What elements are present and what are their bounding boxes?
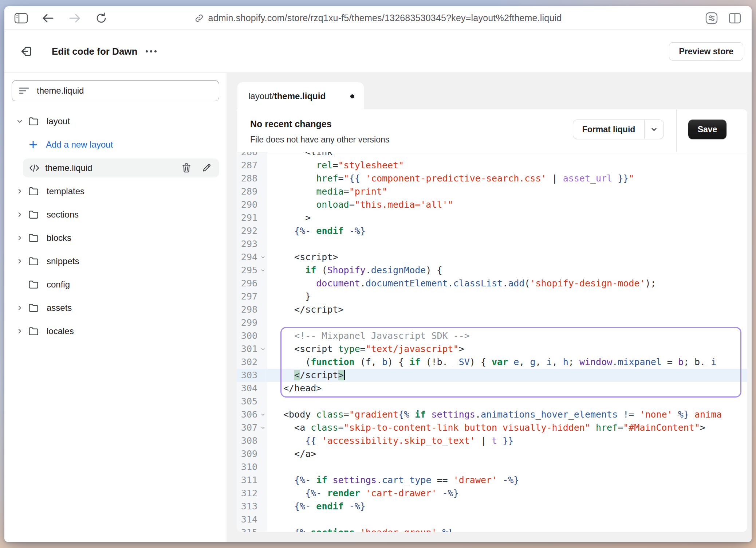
code-editor[interactable]: 286 <link287 rel="stylesheet"288 href="{… <box>237 152 747 532</box>
chevron-right-icon[interactable] <box>15 234 24 242</box>
code-line[interactable]: 286 <link <box>237 152 747 159</box>
code-line[interactable]: 289 media="print" <box>237 185 747 198</box>
code-text[interactable]: media="print" <box>267 185 747 198</box>
code-line[interactable]: 305 <box>237 395 747 408</box>
code-line[interactable]: 296 document.documentElement.classList.a… <box>237 277 747 290</box>
forward-icon[interactable] <box>67 6 82 30</box>
code-line[interactable]: 304</head> <box>237 382 747 395</box>
code-text[interactable]: rel="stylesheet" <box>267 159 747 172</box>
code-line[interactable]: 292 {%- endif -%} <box>237 224 747 238</box>
fold-chevron-icon[interactable] <box>260 254 266 260</box>
code-text[interactable]: {%- render 'cart-drawer' -%} <box>267 487 747 500</box>
code-text[interactable]: {%- endif -%} <box>267 500 747 513</box>
back-icon[interactable] <box>41 6 55 30</box>
sidebar-item-layout[interactable]: layout <box>12 110 219 133</box>
code-text[interactable]: </script> <box>267 303 747 316</box>
code-line[interactable]: 301 <script type="text/javascript"> <box>237 342 747 356</box>
sidebar-item-assets[interactable]: assets <box>12 296 219 320</box>
code-text[interactable] <box>267 513 747 526</box>
sidebar-item-locales[interactable]: locales <box>12 320 219 343</box>
sidebar-item-blocks[interactable]: blocks <box>12 226 219 250</box>
sidebar-item-config[interactable]: config <box>12 273 219 296</box>
code-line[interactable]: 288 href="{{ 'component-predictive-searc… <box>237 172 747 185</box>
code-line[interactable]: 308 {{ 'accessibility.skip_to_text' | t … <box>237 434 747 447</box>
code-text[interactable]: {{ 'accessibility.skip_to_text' | t }} <box>267 434 747 447</box>
code-text[interactable]: </head> <box>267 382 747 395</box>
page-settings-icon[interactable] <box>704 6 719 30</box>
format-liquid-label[interactable]: Format liquid <box>573 125 644 134</box>
code-text[interactable]: {%- if settings.cart_type == 'drawer' -%… <box>267 474 747 487</box>
code-line[interactable]: 291 > <box>237 211 747 224</box>
code-text[interactable] <box>267 238 747 251</box>
more-menu-icon[interactable] <box>143 30 159 73</box>
split-view-icon[interactable] <box>728 6 742 30</box>
code-text[interactable] <box>267 395 747 408</box>
fold-chevron-icon[interactable] <box>260 346 266 352</box>
chevron-right-icon[interactable] <box>15 304 24 312</box>
code-text[interactable]: document.documentElement.classList.add('… <box>267 277 747 290</box>
browser-sidebar-toggle-icon[interactable] <box>14 6 28 30</box>
format-liquid-button[interactable]: Format liquid <box>573 120 664 139</box>
code-line[interactable]: 287 rel="stylesheet" <box>237 159 747 172</box>
code-text[interactable]: </script> <box>267 369 747 382</box>
code-text[interactable]: } <box>267 290 747 303</box>
code-line[interactable]: 307 <a class="skip-to-content-link butto… <box>237 421 747 434</box>
code-text[interactable]: <body class="gradient{% if settings.anim… <box>267 408 747 421</box>
code-line[interactable]: 302 (function (f, b) { if (!b.__SV) { va… <box>237 356 747 369</box>
fold-chevron-icon[interactable] <box>260 267 266 273</box>
code-text[interactable] <box>267 316 747 329</box>
code-text[interactable]: </a> <box>267 447 747 461</box>
tab-theme-liquid[interactable]: layout/theme.liquid <box>237 82 364 110</box>
code-line[interactable]: 297 } <box>237 290 747 303</box>
sidebar-item-templates[interactable]: templates <box>12 180 219 203</box>
rename-file-icon[interactable] <box>202 163 212 173</box>
file-search-input[interactable]: theme.liquid <box>12 80 219 101</box>
chevron-right-icon[interactable] <box>15 327 24 335</box>
code-text[interactable]: onload="this.media='all'" <box>267 198 747 211</box>
code-line[interactable]: 310 <box>237 461 747 474</box>
code-line[interactable]: 311 {%- if settings.cart_type == 'drawer… <box>237 474 747 487</box>
save-button[interactable]: Save <box>688 120 727 139</box>
code-text[interactable]: if (Shopify.designMode) { <box>267 264 747 277</box>
code-line[interactable]: 314 <box>237 513 747 526</box>
chevron-down-icon[interactable] <box>15 117 24 125</box>
code-line[interactable]: 295 if (Shopify.designMode) { <box>237 264 747 277</box>
file-item-selected[interactable]: theme.liquid <box>23 158 219 177</box>
code-line[interactable]: 290 onload="this.media='all'" <box>237 198 747 211</box>
code-line[interactable]: 294 <script> <box>237 251 747 264</box>
code-line[interactable]: 293 <box>237 238 747 251</box>
code-text[interactable]: <link <box>267 152 747 159</box>
chevron-right-icon[interactable] <box>15 257 24 265</box>
format-liquid-dropdown[interactable] <box>644 120 664 139</box>
code-line[interactable]: 303 </script> <box>237 369 747 382</box>
chevron-right-icon[interactable] <box>15 211 24 219</box>
add-new-layout-button[interactable]: Add a new layout <box>12 133 219 156</box>
address-bar[interactable]: admin.shopify.com/store/rzq1xu-f5/themes… <box>4 6 752 30</box>
code-text[interactable] <box>267 461 747 474</box>
preview-store-button[interactable]: Preview store <box>669 42 743 60</box>
code-line[interactable]: 309 </a> <box>237 447 747 461</box>
code-line[interactable]: 306<body class="gradient{% if settings.a… <box>237 408 747 421</box>
code-line[interactable]: 315 {% sections 'header-group' %} <box>237 526 747 532</box>
code-line[interactable]: 300 <!-- Mixpanel Javascript SDK --> <box>237 329 747 342</box>
reload-icon[interactable] <box>94 6 109 30</box>
code-text[interactable]: href="{{ 'component-predictive-search.cs… <box>267 172 747 185</box>
exit-editor-icon[interactable] <box>19 30 34 73</box>
code-line[interactable]: 299 <box>237 316 747 329</box>
code-line[interactable]: 313 {%- endif -%} <box>237 500 747 513</box>
sidebar-item-sections[interactable]: sections <box>12 203 219 226</box>
code-text[interactable]: <script type="text/javascript"> <box>267 342 747 356</box>
fold-chevron-icon[interactable] <box>260 412 266 418</box>
sidebar-item-snippets[interactable]: snippets <box>12 250 219 273</box>
url-text[interactable]: admin.shopify.com/store/rzq1xu-f5/themes… <box>208 13 562 23</box>
code-text[interactable]: {% sections 'header-group' %} <box>267 526 747 532</box>
code-text[interactable]: <a class="skip-to-content-link button vi… <box>267 421 747 434</box>
code-line[interactable]: 312 {%- render 'cart-drawer' -%} <box>237 487 747 500</box>
code-text[interactable]: <!-- Mixpanel Javascript SDK --> <box>267 329 747 342</box>
code-text[interactable]: (function (f, b) { if (!b.__SV) { var e,… <box>267 356 747 369</box>
code-text[interactable]: > <box>267 211 747 224</box>
code-text[interactable]: <script> <box>267 251 747 264</box>
chevron-right-icon[interactable] <box>15 187 24 195</box>
code-line[interactable]: 298 </script> <box>237 303 747 316</box>
fold-chevron-icon[interactable] <box>260 425 266 431</box>
